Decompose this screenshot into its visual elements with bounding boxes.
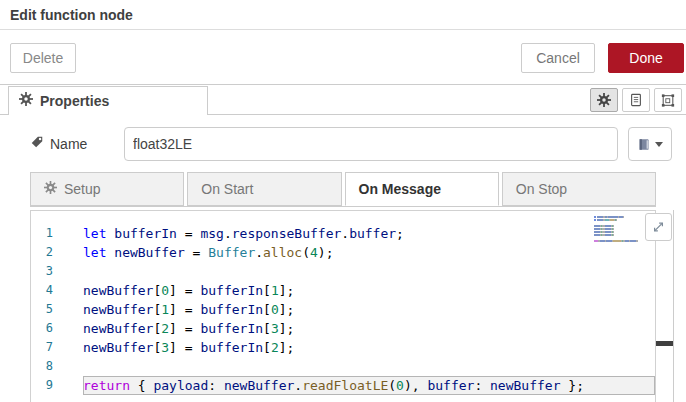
done-button[interactable]: Done — [608, 43, 684, 73]
code-line-8[interactable]: 8 — [31, 357, 655, 376]
delete-button[interactable]: Delete — [10, 43, 76, 73]
node-description-button[interactable] — [622, 88, 650, 112]
dialog-toolbar: Delete Cancel Done — [0, 30, 686, 85]
line-content: newBuffer[0] = bufferIn[1]; — [83, 281, 655, 300]
diagonal-expand-icon — [652, 220, 665, 234]
dialog-header: Edit function node — [0, 0, 686, 30]
line-content: newBuffer[2] = bufferIn[3]; — [83, 319, 655, 338]
code-editor[interactable]: 1let bufferIn = msg.responseBuffer.buffe… — [30, 210, 656, 402]
line-number: 6 — [31, 319, 53, 338]
code-line-9[interactable]: 9return { payload: newBuffer.readFloatLE… — [31, 376, 655, 395]
document-icon — [629, 93, 643, 107]
line-number: 8 — [31, 357, 53, 376]
tab-label: On Stop — [516, 181, 567, 197]
tab-properties[interactable]: Properties — [8, 86, 208, 115]
line-number: 4 — [31, 281, 53, 300]
function-tabs: SetupOn StartOn MessageOn Stop — [30, 172, 656, 207]
edit-function-node-dialog: Edit function node Delete Cancel Done Pr… — [0, 0, 686, 402]
gear-icon — [19, 92, 33, 110]
line-content: let newBuffer = Buffer.alloc(4); — [83, 243, 655, 262]
line-content: let bufferIn = msg.responseBuffer.buffer… — [83, 224, 655, 243]
line-content: newBuffer[3] = bufferIn[2]; — [83, 338, 655, 357]
line-number: 5 — [31, 300, 53, 319]
book-icon — [637, 137, 651, 152]
code-line-4[interactable]: 4newBuffer[0] = bufferIn[1]; — [31, 281, 655, 300]
line-number: 1 — [31, 224, 53, 243]
tab-on-start[interactable]: On Start — [187, 172, 341, 206]
code-line-3[interactable]: 3 — [31, 262, 655, 281]
name-field-label-group: Name — [30, 135, 87, 152]
frame-icon — [661, 93, 675, 108]
node-appearance-button[interactable] — [654, 88, 682, 112]
tray-scrollbar-thumb[interactable] — [656, 341, 673, 346]
properties-tab-label: Properties — [40, 93, 109, 109]
tag-icon — [30, 135, 44, 152]
chevron-down-icon — [655, 142, 663, 147]
editor-expand-button[interactable] — [645, 213, 672, 241]
code-lines: 1let bufferIn = msg.responseBuffer.buffe… — [31, 211, 655, 395]
line-number: 3 — [31, 262, 53, 281]
tab-label: On Start — [201, 181, 253, 197]
line-content: return { payload: newBuffer.readFloatLE(… — [83, 376, 655, 395]
line-content — [83, 357, 655, 376]
code-line-7[interactable]: 7newBuffer[3] = bufferIn[2]; — [31, 338, 655, 357]
code-line-2[interactable]: 2let newBuffer = Buffer.alloc(4); — [31, 243, 655, 262]
tab-on-stop[interactable]: On Stop — [502, 172, 656, 206]
library-button[interactable] — [628, 127, 672, 161]
node-settings-button[interactable] — [590, 88, 618, 112]
tab-label: Setup — [64, 181, 101, 197]
tab-on-message[interactable]: On Message — [345, 172, 499, 206]
editor-minimap[interactable] — [593, 214, 641, 256]
line-content: newBuffer[1] = bufferIn[0]; — [83, 300, 655, 319]
line-number: 9 — [31, 376, 53, 395]
gear-icon — [44, 181, 57, 197]
code-line-6[interactable]: 6newBuffer[2] = bufferIn[3]; — [31, 319, 655, 338]
line-number: 2 — [31, 243, 53, 262]
tab-setup[interactable]: Setup — [30, 172, 184, 206]
line-content — [83, 262, 655, 281]
dialog-title: Edit function node — [10, 7, 133, 23]
tab-label: On Message — [359, 181, 441, 197]
name-input[interactable] — [124, 127, 618, 161]
name-field-label: Name — [50, 136, 87, 152]
line-number: 7 — [31, 338, 53, 357]
code-line-1[interactable]: 1let bufferIn = msg.responseBuffer.buffe… — [31, 224, 655, 243]
cancel-button[interactable]: Cancel — [521, 43, 595, 73]
code-line-5[interactable]: 5newBuffer[1] = bufferIn[0]; — [31, 300, 655, 319]
